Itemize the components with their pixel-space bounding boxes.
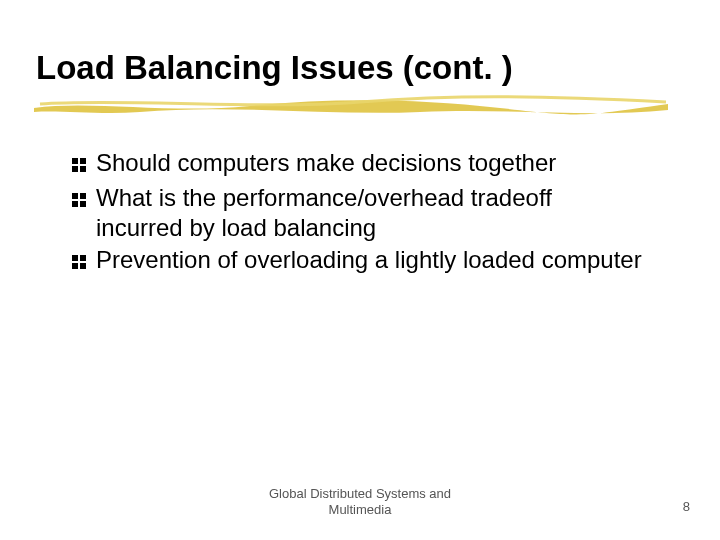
slide: Load Balancing Issues (cont. ) Should co… (0, 0, 720, 540)
footer-line-2: Multimedia (0, 502, 720, 518)
svg-rect-7 (80, 201, 86, 207)
svg-rect-8 (72, 255, 78, 261)
slide-title: Load Balancing Issues (cont. ) (36, 50, 684, 86)
bullet-text: Should computers make decisions together (96, 148, 644, 178)
footer-line-1: Global Distributed Systems and (0, 486, 720, 502)
brushstroke-icon (30, 94, 710, 118)
bullet-icon (70, 151, 88, 181)
footer-text: Global Distributed Systems and Multimedi… (0, 486, 720, 519)
title-underline (36, 96, 684, 122)
svg-rect-11 (80, 263, 86, 269)
list-item: Prevention of overloading a lightly load… (70, 245, 644, 278)
bullet-text: What is the performance/overhead tradeof… (96, 183, 644, 243)
svg-rect-10 (72, 263, 78, 269)
bullet-text: Prevention of overloading a lightly load… (96, 245, 644, 275)
svg-rect-9 (80, 255, 86, 261)
bullet-icon (70, 248, 88, 278)
svg-rect-3 (80, 166, 86, 172)
svg-rect-0 (72, 158, 78, 164)
bullet-icon (70, 186, 88, 216)
bullet-list: Should computers make decisions together… (36, 148, 684, 278)
svg-rect-2 (72, 166, 78, 172)
page-number: 8 (683, 499, 690, 514)
list-item: What is the performance/overhead tradeof… (70, 183, 644, 243)
svg-rect-1 (80, 158, 86, 164)
svg-rect-5 (80, 193, 86, 199)
list-item: Should computers make decisions together (70, 148, 644, 181)
svg-rect-4 (72, 193, 78, 199)
svg-rect-6 (72, 201, 78, 207)
